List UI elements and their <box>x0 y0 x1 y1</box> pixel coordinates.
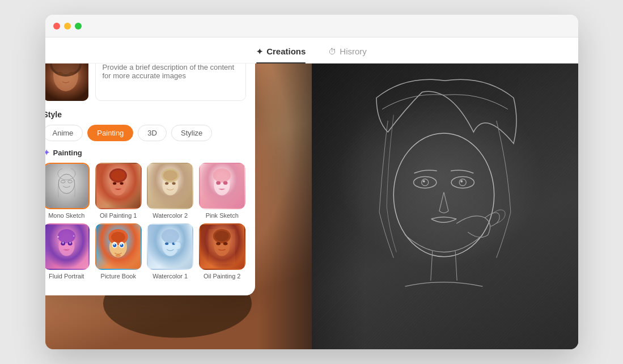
svg-point-63 <box>116 254 121 257</box>
style-name-mono-sketch: Mono Sketch <box>48 212 84 219</box>
description-input[interactable] <box>95 64 246 101</box>
svg-point-26 <box>58 174 74 193</box>
thumb-face-book <box>96 225 141 269</box>
svg-point-65 <box>162 229 179 243</box>
style-item-mono-sketch[interactable]: Mono Sketch <box>45 163 91 219</box>
thumb-face-mono <box>45 164 89 208</box>
svg-point-42 <box>217 181 221 184</box>
svg-point-25 <box>69 72 74 75</box>
svg-point-32 <box>113 182 116 185</box>
style-name-picture-book: Picture Book <box>101 273 136 280</box>
style-tab-3d[interactable]: 3D <box>138 125 167 141</box>
tab-creations-label: Creations <box>266 46 306 56</box>
svg-point-17 <box>422 180 425 183</box>
style-name-fluid: Fluid Portrait <box>49 273 84 280</box>
style-tab-stylize[interactable]: Stylize <box>171 125 212 141</box>
svg-point-60 <box>114 244 115 245</box>
style-thumb-fluid: ✦ ✦ <box>45 223 90 270</box>
svg-point-24 <box>57 72 63 75</box>
svg-text:✦: ✦ <box>57 234 60 238</box>
style-section: Style Anime Painting 3D Styliz <box>45 110 246 280</box>
browser-window: ✦ Creations ⏱ Hisrory <box>45 15 578 349</box>
input-area <box>45 64 246 101</box>
style-thumb-oil2 <box>199 223 245 270</box>
svg-point-41 <box>213 168 231 183</box>
style-tabs: Anime Painting 3D Stylize <box>45 125 246 141</box>
svg-point-15 <box>413 177 436 188</box>
thumb-face-wc1 <box>148 225 192 269</box>
style-name-watercolor2: Watercolor 2 <box>152 212 188 219</box>
style-thumb-oil1 <box>95 163 142 209</box>
style-name-pink-sketch: Pink Sketch <box>206 212 239 219</box>
painting-sublabel: ✦ Painting <box>45 148 246 157</box>
svg-point-38 <box>172 182 175 185</box>
svg-point-18 <box>451 177 474 188</box>
style-item-oil2[interactable]: Oil Painting 2 <box>198 223 246 280</box>
app-content: ✦ Creations ⏱ Hisrory <box>45 37 578 349</box>
tab-history-label: Hisrory <box>340 46 367 56</box>
history-icon: ⏱ <box>328 47 336 56</box>
svg-point-37 <box>165 182 168 185</box>
close-button[interactable] <box>53 23 60 29</box>
tab-bar: ✦ Creations ⏱ Hisrory <box>45 37 578 64</box>
tab-creations[interactable]: ✦ Creations <box>256 46 306 63</box>
svg-point-16 <box>421 179 428 186</box>
style-grid: Mono Sketch <box>45 163 246 280</box>
style-item-watercolor2[interactable]: Watercolor 2 <box>147 163 194 219</box>
style-item-pink-sketch[interactable]: Pink Sketch <box>198 163 246 219</box>
style-thumb-pink-sketch <box>199 163 245 209</box>
svg-point-27 <box>61 180 65 183</box>
style-item-fluid-portrait[interactable]: ✦ ✦ Fluid Portrait <box>45 223 91 280</box>
style-item-watercolor1[interactable]: Watercolor 1 <box>147 223 194 280</box>
thumb-face-pink <box>200 164 244 208</box>
maximize-button[interactable] <box>75 23 82 29</box>
style-name-watercolor1: Watercolor 1 <box>152 273 188 280</box>
svg-point-50 <box>62 242 63 243</box>
style-tab-painting[interactable]: Painting <box>87 125 133 141</box>
thumb-face-fluid: ✦ ✦ <box>45 225 89 269</box>
minimize-button[interactable] <box>64 23 71 29</box>
svg-point-34 <box>111 170 125 181</box>
svg-point-51 <box>69 242 71 243</box>
svg-point-28 <box>68 180 73 183</box>
main-area: Style Anime Painting 3D Styliz <box>45 64 578 349</box>
style-panel: Style Anime Painting 3D Styliz <box>45 64 255 295</box>
creations-icon: ✦ <box>256 47 263 56</box>
svg-point-66 <box>165 242 168 245</box>
tab-history[interactable]: ⏱ Hisrory <box>328 46 367 63</box>
style-thumb-mono-sketch <box>45 163 90 209</box>
style-thumb-picture-book <box>95 223 142 270</box>
spark-icon: ✦ <box>45 148 50 157</box>
svg-point-43 <box>223 181 228 184</box>
style-item-picture-book[interactable]: Picture Book <box>95 223 142 280</box>
svg-point-62 <box>111 231 125 242</box>
avatar-thumbnail <box>45 64 88 101</box>
style-name-oil1: Oil Painting 1 <box>100 212 137 219</box>
svg-point-33 <box>120 182 124 185</box>
thumb-face-oil2 <box>200 225 244 269</box>
svg-rect-73 <box>209 229 235 264</box>
style-name-oil2: Oil Painting 2 <box>204 273 240 280</box>
svg-point-20 <box>460 180 463 183</box>
svg-point-39 <box>163 170 177 181</box>
style-thumb-watercolor1 <box>147 223 193 270</box>
style-item-oil1[interactable]: Oil Painting 1 <box>95 163 142 219</box>
titlebar <box>45 15 578 37</box>
style-tab-anime[interactable]: Anime <box>45 125 83 141</box>
thumb-face-oil1 <box>96 164 141 208</box>
portrait-sketch-side <box>312 64 578 349</box>
style-label: Style <box>45 110 246 119</box>
style-thumb-watercolor2 <box>147 163 193 209</box>
svg-text:✦: ✦ <box>73 235 75 238</box>
thumb-face-wc2 <box>148 164 192 208</box>
svg-point-19 <box>459 179 466 186</box>
svg-point-61 <box>121 244 122 245</box>
